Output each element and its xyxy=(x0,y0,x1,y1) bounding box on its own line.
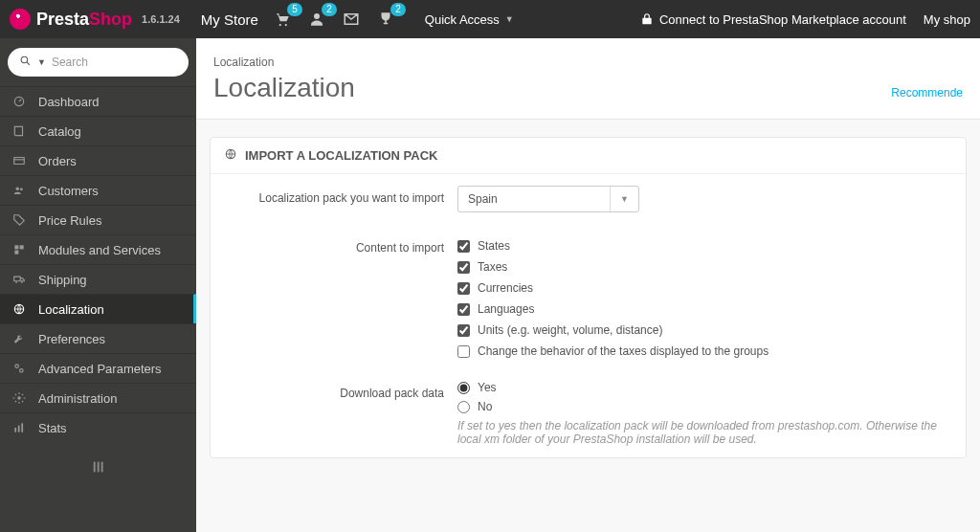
recommended-link[interactable]: Recommende xyxy=(891,86,963,100)
checkbox-label: States xyxy=(478,239,510,253)
brand-logo[interactable]: PrestaShop 1.6.1.24 xyxy=(10,9,180,30)
checkbox-languages-input[interactable] xyxy=(457,303,470,316)
svg-point-1 xyxy=(284,24,286,26)
nav-dashboard[interactable]: Dashboard xyxy=(0,86,196,116)
quick-access-menu[interactable]: Quick Access ▼ xyxy=(425,12,514,27)
cart-notifications-icon[interactable]: 5 xyxy=(272,9,293,30)
prestashop-logo-icon xyxy=(10,9,31,30)
nav-shipping[interactable]: Shipping xyxy=(0,264,196,294)
svg-point-0 xyxy=(278,24,280,26)
import-localization-panel: IMPORT A LOCALIZATION PACK Localization … xyxy=(210,137,967,458)
svg-rect-20 xyxy=(18,426,20,432)
svg-point-13 xyxy=(15,281,17,283)
search-input[interactable] xyxy=(52,55,195,69)
nav-modules[interactable]: Modules and Services xyxy=(0,234,196,264)
svg-point-18 xyxy=(17,396,21,400)
checkbox-label: Units (e.g. weight, volume, distance) xyxy=(478,323,662,337)
nav-label: Shipping xyxy=(38,273,87,287)
book-icon xyxy=(11,123,27,139)
checkbox-taxes-input[interactable] xyxy=(457,261,470,274)
page-title: Localization xyxy=(213,73,355,103)
puzzle-icon xyxy=(11,242,27,257)
svg-rect-11 xyxy=(20,245,24,249)
panel-title: IMPORT A LOCALIZATION PACK xyxy=(245,148,437,163)
radio-download-yes[interactable]: Yes xyxy=(457,381,948,394)
select-value: Spain xyxy=(468,192,498,206)
svg-point-16 xyxy=(15,365,18,368)
nav-label: Preferences xyxy=(38,332,105,346)
checkbox-tax-behavior[interactable]: Change the behavior of the taxes display… xyxy=(457,344,948,358)
svg-rect-24 xyxy=(100,462,102,473)
panel-heading: IMPORT A LOCALIZATION PACK xyxy=(211,138,966,174)
tag-icon xyxy=(11,212,27,228)
version-label: 1.6.1.24 xyxy=(142,13,180,25)
checkbox-taxes[interactable]: Taxes xyxy=(457,260,948,274)
pack-label: Localization pack you want to import xyxy=(228,186,457,205)
checkbox-currencies-input[interactable] xyxy=(457,282,470,295)
nav-catalog[interactable]: Catalog xyxy=(0,116,196,145)
chevron-down-icon: ▼ xyxy=(505,14,514,24)
bar-chart-icon xyxy=(11,420,27,435)
radio-download-no[interactable]: No xyxy=(457,400,948,413)
checkbox-label: Change the behavior of the taxes display… xyxy=(478,344,768,358)
user-notifications-icon[interactable]: 2 xyxy=(306,9,327,30)
nav-orders[interactable]: Orders xyxy=(0,145,196,175)
dashboard-icon xyxy=(11,94,27,109)
svg-point-17 xyxy=(20,369,23,373)
checkbox-currencies[interactable]: Currencies xyxy=(457,281,948,295)
nav-preferences[interactable]: Preferences xyxy=(0,323,196,353)
nav-label: Customers xyxy=(38,184,99,198)
checkbox-languages[interactable]: Languages xyxy=(457,302,948,316)
nav-label: Modules and Services xyxy=(38,243,161,257)
quick-access-label: Quick Access xyxy=(425,12,500,27)
wrench-icon xyxy=(11,331,27,346)
nav-label: Administration xyxy=(38,391,117,406)
brand-shop: Shop xyxy=(89,10,132,29)
search-box[interactable]: ▼ xyxy=(8,48,189,77)
checkbox-states[interactable]: States xyxy=(457,239,948,253)
checkbox-states-input[interactable] xyxy=(457,240,470,253)
svg-point-9 xyxy=(20,188,23,190)
user-badge: 2 xyxy=(322,3,337,16)
localization-pack-select[interactable]: Spain ▼ xyxy=(457,186,639,212)
radio-no-input[interactable] xyxy=(457,401,470,413)
checkbox-units-input[interactable] xyxy=(457,324,470,337)
nav-label: Dashboard xyxy=(38,95,100,109)
svg-rect-6 xyxy=(14,158,25,165)
brand-presta: Presta xyxy=(36,10,89,29)
globe-icon xyxy=(224,147,237,164)
trophy-icon[interactable]: 2 xyxy=(375,9,396,30)
nav-administration[interactable]: Administration xyxy=(0,383,196,412)
svg-rect-22 xyxy=(93,462,95,473)
checkbox-label: Taxes xyxy=(478,260,507,274)
nav-price-rules[interactable]: Price Rules xyxy=(0,205,196,234)
top-header: PrestaShop 1.6.1.24 My Store 5 2 2 Quick… xyxy=(0,0,980,38)
nav-label: Localization xyxy=(38,302,104,317)
sliders-icon xyxy=(11,361,27,376)
search-icon xyxy=(19,55,32,70)
content-label: Content to import xyxy=(228,235,457,255)
globe-icon xyxy=(11,301,27,317)
truck-icon xyxy=(11,272,27,287)
checkbox-label: Languages xyxy=(478,302,534,316)
checkbox-units[interactable]: Units (e.g. weight, volume, distance) xyxy=(457,323,948,337)
store-name[interactable]: My Store xyxy=(201,11,258,28)
cart-badge: 5 xyxy=(287,3,302,16)
nav-menu: Dashboard Catalog Orders Customers Price… xyxy=(0,86,196,442)
svg-point-2 xyxy=(314,13,320,19)
users-icon xyxy=(11,183,27,198)
checkbox-tax-behavior-input[interactable] xyxy=(457,345,470,358)
mail-icon[interactable] xyxy=(341,9,362,30)
nav-customers[interactable]: Customers xyxy=(0,175,196,205)
nav-advanced[interactable]: Advanced Parameters xyxy=(0,353,196,383)
my-shop-link[interactable]: My shop xyxy=(924,12,970,27)
nav-label: Catalog xyxy=(38,124,81,139)
nav-localization[interactable]: Localization xyxy=(0,294,196,323)
svg-line-4 xyxy=(27,62,30,65)
nav-label: Orders xyxy=(38,154,77,168)
radio-yes-input[interactable] xyxy=(457,382,470,394)
connect-label: Connect to PrestaShop Marketplace accoun… xyxy=(659,12,906,27)
sidebar-collapse-icon[interactable] xyxy=(0,442,196,495)
connect-marketplace-link[interactable]: Connect to PrestaShop Marketplace accoun… xyxy=(640,12,906,27)
nav-stats[interactable]: Stats xyxy=(0,412,196,442)
